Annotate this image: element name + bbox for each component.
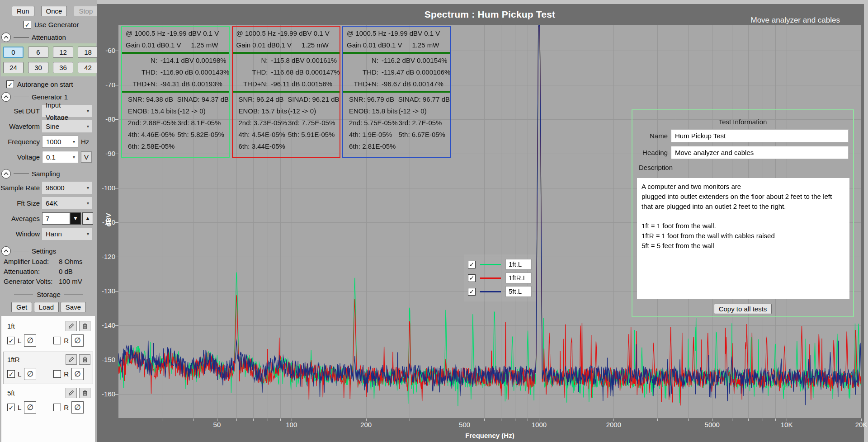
delete-button[interactable] — [79, 321, 90, 331]
autorange-checkbox[interactable]: ✓ — [6, 80, 14, 88]
averages-increment-button[interactable]: ▲ — [82, 212, 93, 225]
storage-load-button[interactable]: Load — [34, 302, 59, 312]
right-channel-checkbox[interactable] — [53, 337, 61, 344]
right-phase-button[interactable]: ∅ — [71, 334, 84, 347]
metric-value: -114.1 dBV 0.00198% — [157, 55, 229, 66]
edit-button[interactable] — [66, 321, 77, 331]
test-description-textarea[interactable]: A computer and two monitors are plugged … — [637, 178, 849, 299]
gain-cell: 0.1 V — [387, 39, 412, 51]
measurement-box-0: @ 1000.5 Hz -19.99 dBV 0.1 VGain 0.01 dB… — [121, 26, 230, 158]
chevron-down-icon: ▾ — [87, 228, 89, 240]
settings-line-value: 100 mV — [59, 277, 97, 286]
use-generator-checkbox[interactable]: ✓ — [24, 21, 31, 28]
edit-button[interactable] — [66, 388, 77, 398]
left-channel-checkbox[interactable]: ✓ — [7, 404, 15, 411]
gain-cell: Gain 0.01 dB — [343, 39, 387, 51]
stat-cell: SINAD: 96.21 dB — [288, 94, 339, 105]
attenuation-button-6[interactable]: 6 — [28, 47, 48, 58]
left-channel-label: L — [18, 370, 21, 378]
waveform-select[interactable]: Sine▾ — [42, 120, 92, 132]
right-channel-checkbox[interactable] — [53, 404, 61, 411]
legend-item-1ft.L: ✓1ft.L — [468, 258, 532, 271]
right-channel-label: R — [64, 337, 69, 344]
left-phase-button[interactable]: ∅ — [24, 368, 36, 380]
legend-line-swatch — [480, 264, 501, 265]
storage-section-title: Storage — [37, 291, 61, 298]
averages-decrement-button[interactable]: ▼ — [70, 212, 81, 225]
delete-button[interactable] — [79, 354, 90, 365]
copy-to-all-tests-button[interactable]: Copy to all tests — [714, 304, 772, 314]
voltage-unit-button[interactable]: V — [81, 151, 92, 163]
legend-checkbox[interactable]: ✓ — [468, 274, 476, 282]
right-phase-button[interactable]: ∅ — [71, 368, 84, 380]
y-tick-label: -160 — [97, 390, 115, 398]
settings-section-title: Settings — [32, 247, 56, 255]
test-name-input[interactable] — [671, 129, 849, 142]
x-tick-mark — [253, 418, 254, 421]
right-phase-button[interactable]: ∅ — [71, 401, 84, 414]
left-phase-button[interactable]: ∅ — [24, 401, 36, 414]
storage-item-1ftR[interactable]: 1ftR✓L∅R∅ — [3, 352, 93, 384]
storage-get-button[interactable]: Get — [11, 302, 32, 312]
y-tick-mark — [115, 291, 118, 292]
storage-item-5ft[interactable]: 5ft✓L∅R∅ — [3, 385, 93, 418]
collapse-attenuation-icon[interactable] — [1, 33, 11, 42]
x-tick-mark — [712, 418, 712, 421]
chevron-down-icon: ▾ — [73, 151, 75, 163]
x-tick-mark — [787, 418, 787, 421]
x-tick-mark — [775, 418, 776, 421]
noise-thd-row: THD+N:-94.31 dB 0.00193% — [122, 78, 229, 90]
y-tick-mark — [115, 394, 118, 395]
attenuation-button-18[interactable]: 18 — [78, 47, 98, 58]
delete-button[interactable] — [79, 388, 90, 398]
left-channel-checkbox[interactable]: ✓ — [7, 337, 15, 344]
y-tick-mark — [115, 360, 118, 360]
attenuation-button-36[interactable]: 36 — [53, 62, 73, 73]
set-dut-select[interactable]: Input Voltage▾ — [42, 105, 92, 117]
right-channel-checkbox[interactable] — [53, 370, 61, 378]
y-tick-mark — [115, 222, 118, 223]
edit-button[interactable] — [66, 354, 77, 365]
voltage-combo[interactable]: 0.1▾ — [42, 151, 78, 163]
right-channel-label: R — [64, 370, 69, 378]
stat-cell: (-12 -> 0) — [399, 105, 450, 117]
sample-rate-label: Sample Rate — [0, 184, 40, 192]
legend-checkbox[interactable]: ✓ — [468, 261, 476, 268]
attenuation-button-24[interactable]: 24 — [3, 62, 24, 73]
x-tick-mark — [162, 418, 162, 421]
left-channel-checkbox[interactable]: ✓ — [7, 370, 15, 378]
collapse-settings-icon[interactable] — [1, 246, 11, 256]
x-tick-label: 1000 — [526, 421, 552, 428]
metric-label: THD: — [122, 66, 157, 78]
x-axis-title: Frequency (Hz) — [118, 432, 861, 439]
collapse-sampling-icon[interactable] — [1, 169, 11, 179]
collapse-generator-icon[interactable] — [1, 92, 11, 102]
stop-button[interactable]: Stop — [74, 6, 98, 16]
test-information-panel: Test Information Name Heading Descriptio… — [632, 109, 854, 317]
stat-cell: (-12 -> 0) — [288, 105, 339, 117]
noise-thd-row: THD+N:-96.11 dB 0.00156% — [233, 78, 340, 90]
storage-item-1ft[interactable]: 1ft✓L∅R∅ — [3, 318, 93, 351]
x-tick-mark — [763, 418, 763, 421]
once-button[interactable]: Once — [41, 6, 67, 16]
x-tick-mark — [268, 418, 268, 421]
fft-size-select[interactable]: 64K▾ — [42, 197, 92, 209]
storage-save-button[interactable]: Save — [61, 302, 86, 312]
attenuation-button-30[interactable]: 30 — [28, 62, 48, 73]
attenuation-button-42[interactable]: 42 — [78, 62, 98, 73]
frequency-combo[interactable]: 1000▾ — [42, 136, 78, 148]
window-select[interactable]: Hann▾ — [42, 228, 92, 240]
sample-rate-select[interactable]: 96000▾ — [42, 182, 92, 194]
attenuation-button-12[interactable]: 12 — [53, 47, 73, 58]
x-tick-mark — [861, 418, 862, 421]
run-button[interactable]: Run — [12, 6, 34, 16]
averages-input[interactable] — [42, 212, 70, 225]
attenuation-button-0[interactable]: 0 — [3, 47, 24, 58]
left-phase-button[interactable]: ∅ — [24, 334, 36, 347]
stat-cell: ENOB: 15.8 bits — [343, 105, 399, 117]
x-tick-label: 200 — [354, 421, 379, 428]
test-heading-input[interactable] — [671, 146, 849, 159]
attenuation-section-title: Attenuation — [32, 33, 66, 41]
x-tick-mark — [501, 418, 501, 421]
legend-checkbox[interactable]: ✓ — [468, 288, 476, 296]
